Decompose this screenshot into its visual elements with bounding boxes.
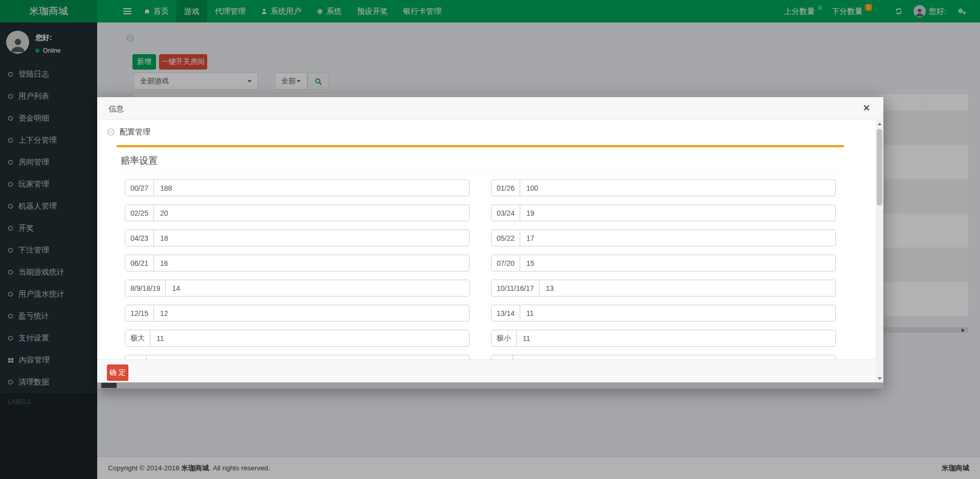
odds-label: 02/25 [125, 205, 154, 221]
odds-row: 极小11 [491, 330, 836, 347]
odds-row: 12/1512 [125, 305, 470, 322]
odds-label: 05/22 [492, 230, 520, 246]
modal-title: 信息 [108, 104, 124, 113]
odds-row: 13/1411 [491, 305, 836, 322]
odds-row-partial [125, 355, 470, 359]
modal-header: 信息 × [97, 97, 883, 120]
odds-label: 07/20 [492, 255, 520, 271]
section-title: 赔率设置 [117, 147, 844, 173]
breadcrumb: 配置管理 [106, 127, 876, 137]
odds-label: 01/26 [492, 180, 520, 196]
scroll-up-arrow-icon[interactable] [876, 120, 883, 128]
odds-row: 8/9/18/1914 [125, 280, 470, 296]
odds-label [125, 355, 147, 359]
odds-row: 05/2217 [491, 230, 836, 246]
odds-row: 04/2318 [125, 230, 470, 246]
odds-value-input[interactable]: 12 [154, 305, 469, 321]
info-modal: 信息 × 配置管理 赔率设置 00/2718801/2610002/252003… [97, 97, 883, 389]
odds-label: 04/23 [125, 230, 154, 246]
odds-row: 02/2520 [125, 204, 470, 221]
odds-label: 10/11/16/17 [492, 280, 540, 296]
odds-row: 10/11/16/1713 [491, 280, 836, 296]
config-placeholder-icon [106, 128, 115, 136]
odds-row: 06/2116 [125, 255, 470, 271]
odds-value-input[interactable]: 20 [154, 205, 469, 221]
odds-row: 00/27188 [125, 179, 470, 196]
odds-row: 01/26100 [491, 179, 836, 196]
odds-label: 12/15 [125, 305, 154, 321]
odds-row-partial [491, 355, 836, 359]
odds-label: 03/24 [492, 205, 520, 221]
odds-row: 03/2419 [491, 204, 836, 221]
odds-value-input[interactable]: 188 [154, 180, 469, 196]
confirm-button[interactable]: 确 定 [107, 364, 128, 381]
odds-label: 8/9/18/19 [125, 280, 166, 296]
modal-vertical-scrollbar[interactable] [876, 120, 883, 382]
odds-settings-box: 赔率设置 00/2718801/2610002/252003/241904/23… [117, 145, 844, 359]
odds-value-input[interactable]: 16 [154, 255, 469, 271]
odds-value-input[interactable]: 11 [520, 305, 835, 321]
odds-row: 07/2015 [491, 255, 836, 271]
odds-value-input[interactable]: 15 [520, 255, 835, 271]
odds-value-input[interactable]: 14 [166, 280, 469, 296]
close-icon[interactable]: × [863, 101, 870, 116]
odds-row: 极大11 [125, 330, 470, 347]
app-screen: 米珈商城 首页游戏代理管理系统用户系统预设开奖银行卡管理 上分数量0 下分数量0… [0, 0, 980, 479]
odds-value-input[interactable] [147, 355, 469, 359]
odds-label: 13/14 [492, 305, 520, 321]
odds-value-input[interactable]: 18 [154, 230, 469, 246]
odds-value-input[interactable]: 100 [520, 180, 835, 196]
odds-label: 极大 [125, 330, 150, 346]
odds-label: 06/21 [125, 255, 154, 271]
odds-label: 极小 [492, 330, 517, 346]
odds-value-input[interactable]: 11 [150, 330, 469, 346]
odds-form: 00/2718801/2610002/252003/241904/231805/… [117, 173, 844, 359]
breadcrumb-label: 配置管理 [120, 127, 150, 137]
scrollbar-thumb[interactable] [877, 129, 882, 206]
scroll-down-arrow-icon[interactable] [876, 375, 883, 382]
odds-value-input[interactable]: 13 [540, 280, 835, 296]
modal-footer: 确 定 [97, 359, 876, 382]
odds-value-input[interactable]: 19 [520, 205, 835, 221]
odds-value-input[interactable]: 17 [520, 230, 835, 246]
scrollbar-thumb[interactable] [101, 383, 117, 388]
odds-label [492, 355, 513, 359]
odds-label: 00/27 [125, 180, 154, 196]
odds-value-input[interactable]: 11 [517, 330, 835, 346]
odds-value-input[interactable] [513, 355, 835, 359]
modal-horizontal-scrollbar[interactable] [97, 382, 883, 389]
modal-body: 配置管理 赔率设置 00/2718801/2610002/252003/2419… [97, 120, 876, 359]
